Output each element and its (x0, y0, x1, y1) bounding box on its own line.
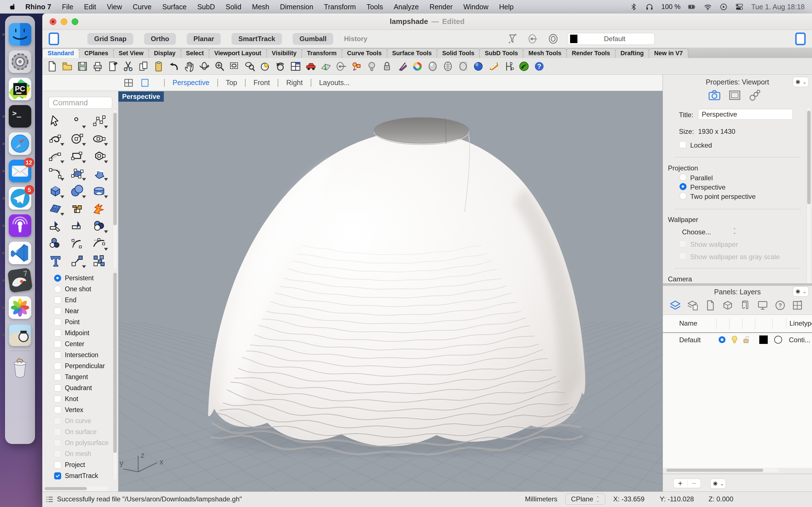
osnap-smarttrack[interactable]: SmartTrack (42, 470, 113, 482)
osnap-on-surface[interactable]: On surface (42, 427, 113, 438)
tab-display[interactable]: Display (149, 48, 181, 58)
checkbox[interactable] (54, 450, 61, 457)
add-layer-button[interactable]: + (673, 479, 687, 488)
tab-render-tools[interactable]: Render Tools (566, 48, 615, 58)
smarttrack-toggle[interactable]: SmartTrack (232, 33, 282, 45)
mesh-tool[interactable] (49, 202, 62, 215)
panel-divider[interactable] (663, 284, 812, 286)
move-copy-tool[interactable] (70, 254, 84, 268)
dock-item-photos[interactable] (5, 294, 35, 321)
cplane-select[interactable]: CPlane ⌃⌄ (565, 494, 605, 505)
checkbox-checked[interactable] (54, 472, 61, 480)
tab-viewport-layout[interactable]: Viewport Layout (209, 48, 267, 58)
single-pane-layout-icon[interactable] (140, 78, 150, 88)
projection-radio-two-point-perspective[interactable] (679, 192, 687, 200)
display-tab-icon[interactable] (756, 299, 769, 312)
tab-visibility[interactable]: Visibility (266, 48, 302, 58)
projection-radio-perspective[interactable] (679, 183, 687, 190)
osnap-knot[interactable]: Knot (42, 393, 113, 404)
grasshopper-icon[interactable] (518, 61, 530, 72)
trim-tool[interactable] (49, 219, 62, 233)
menu-item-mesh[interactable]: Mesh (252, 3, 269, 11)
column-linetype[interactable]: Linetype (790, 320, 812, 327)
tab-surface-tools[interactable]: Surface Tools (387, 48, 437, 58)
tab-set-view[interactable]: Set View (113, 48, 149, 58)
four-pane-layout-icon[interactable] (123, 78, 134, 88)
left-sidebar-toggle-icon[interactable] (49, 33, 59, 45)
surface-loft-tool[interactable] (92, 166, 106, 180)
dock-item-preview[interactable] (5, 321, 35, 348)
bluetooth-icon[interactable] (629, 3, 638, 11)
osnap-point[interactable]: Point (42, 317, 113, 328)
hide-objects-icon[interactable] (336, 61, 347, 72)
remove-layer-button[interactable]: − (688, 479, 701, 488)
layer-linetype[interactable]: Conti... (789, 336, 810, 344)
frame-icon[interactable] (728, 89, 741, 102)
curve-tool[interactable] (49, 131, 62, 145)
ortho-toggle[interactable]: Ortho (144, 33, 176, 45)
open-file-icon[interactable] (61, 61, 73, 72)
checkbox[interactable] (54, 417, 61, 425)
zoom-window-icon[interactable] (229, 61, 241, 72)
circle-tool[interactable] (70, 131, 84, 145)
render-icon[interactable] (472, 61, 484, 72)
layer-unlocked-icon[interactable] (742, 335, 750, 344)
battery-icon[interactable] (688, 3, 696, 11)
cut-icon[interactable] (122, 61, 134, 72)
blocks-tool[interactable] (92, 254, 106, 268)
linked-views-icon[interactable] (749, 89, 762, 102)
menu-item-surface[interactable]: Surface (162, 3, 187, 11)
apple-menu-icon[interactable] (7, 2, 17, 11)
layers-hscrollbar[interactable] (666, 468, 778, 472)
checkbox[interactable] (54, 330, 61, 337)
sublayers-tab-icon[interactable] (687, 299, 699, 312)
objects-tab-icon[interactable] (721, 299, 734, 312)
layer-material-icon[interactable] (774, 336, 782, 344)
dimension-icon[interactable] (503, 61, 515, 72)
copy-icon[interactable] (138, 61, 149, 72)
viewport-tab-front[interactable]: Front (253, 78, 270, 87)
menu-item-window[interactable]: Window (463, 3, 488, 11)
checkbox[interactable] (54, 297, 61, 304)
explode-tool[interactable] (92, 202, 106, 215)
radio-selected[interactable] (54, 275, 61, 282)
tab-curve-tools[interactable]: Curve Tools (342, 48, 387, 58)
layer-color-swatch[interactable] (759, 335, 768, 344)
filter-icon[interactable] (506, 33, 519, 45)
osnap-mode-persistent[interactable]: Persistent (42, 273, 113, 284)
menu-item-dimension[interactable]: Dimension (280, 3, 313, 11)
box-tool[interactable] (49, 184, 62, 198)
menu-item-analyze[interactable]: Analyze (394, 3, 419, 11)
menu-item-file[interactable]: File (62, 3, 73, 11)
checkbox[interactable] (54, 439, 61, 446)
viewport-tab-top[interactable]: Top (226, 78, 237, 87)
right-sidebar-toggle-icon[interactable] (795, 33, 806, 45)
viewport-tab-right[interactable]: Right (286, 78, 303, 87)
viewport-layout-icon[interactable] (290, 61, 301, 72)
perspective-viewport[interactable]: zxy Perspective (118, 91, 663, 492)
ellipse-tool[interactable] (92, 131, 106, 145)
checkbox[interactable] (54, 374, 61, 381)
menu-item-transform[interactable]: Transform (324, 3, 356, 11)
play-circle-icon[interactable] (719, 3, 728, 11)
cplane-icon[interactable] (320, 61, 332, 72)
save-icon[interactable] (77, 61, 88, 72)
print-icon[interactable] (92, 61, 103, 72)
display-mode-select[interactable]: Default (567, 33, 655, 45)
planar-toggle[interactable]: Planar (187, 33, 221, 45)
join-tool[interactable] (70, 202, 84, 215)
polygon-tool[interactable] (92, 149, 106, 163)
dock-item-telegram[interactable]: 5 (5, 184, 35, 212)
checkbox[interactable] (54, 351, 61, 358)
units-label[interactable]: Millimeters (525, 495, 557, 503)
wallpaper-grayscale-checkbox[interactable] (679, 252, 686, 260)
osnap-on-curve[interactable]: On curve (42, 415, 113, 427)
command-history-icon[interactable] (45, 495, 54, 504)
tab-transform[interactable]: Transform (302, 48, 342, 58)
menu-item-curve[interactable]: Curve (133, 3, 152, 11)
control-point-curve-tool[interactable] (92, 114, 106, 128)
checkbox[interactable] (54, 341, 61, 348)
dock-item-trash[interactable] (5, 354, 35, 381)
osnap-on-polysurface[interactable]: On polysurface (42, 438, 113, 448)
edit-document-icon[interactable] (107, 61, 119, 72)
